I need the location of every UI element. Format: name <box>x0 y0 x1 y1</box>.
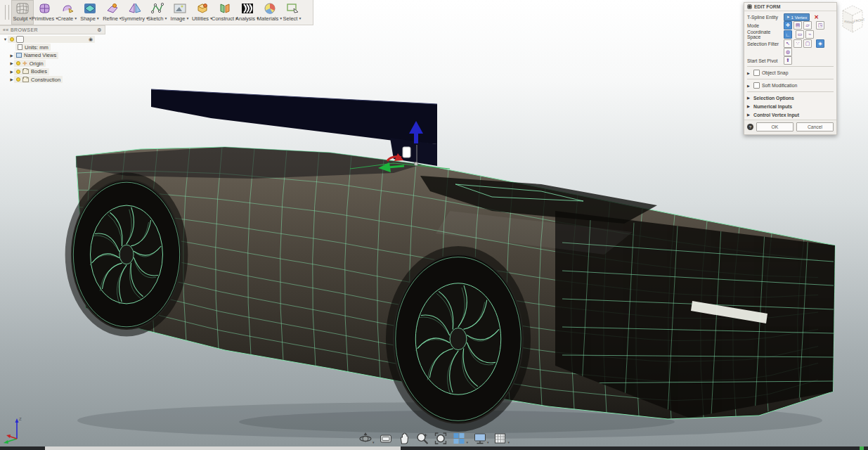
tree-expand-icon[interactable]: ▶ <box>9 61 14 65</box>
clear-selection-button[interactable]: ✕ <box>814 14 819 20</box>
orbit-button[interactable]: ▾ <box>358 432 375 445</box>
select-icon <box>285 1 299 15</box>
browser-item-named-views[interactable]: ▶ Named Views <box>0 52 105 59</box>
browser-item-origin[interactable]: ▶ ✛ Origin <box>0 60 105 67</box>
chevron-down-icon: ▾ <box>466 439 468 445</box>
display-settings-button[interactable]: ▾ <box>452 432 468 445</box>
expand-arrow-icon[interactable]: ▶ <box>747 104 751 108</box>
set-pivot-button[interactable]: ⬆ <box>784 56 792 65</box>
document-component-icon <box>16 36 24 43</box>
browser-header[interactable]: «« BROWSER ⚙ <box>0 25 105 34</box>
section-selection-options[interactable]: ▶ Selection Options <box>747 94 834 102</box>
toolbar-item-analysis[interactable]: Analysis▼ <box>236 0 259 25</box>
coord-local-button[interactable]: ⌁ <box>805 30 814 39</box>
visibility-bulb-icon[interactable] <box>16 77 20 82</box>
gear-icon[interactable]: ⚙ <box>97 27 102 33</box>
toolbar-item-sculpt[interactable]: Sculpt▼ <box>11 0 34 25</box>
expand-arrow-icon[interactable]: ▶ <box>747 71 751 75</box>
tree-expand-icon[interactable]: ▼ <box>3 37 8 41</box>
help-icon[interactable]: ? <box>747 124 753 130</box>
tspline-selection-chip[interactable]: ➤ 1 Vertex <box>784 13 810 21</box>
tree-expand-icon[interactable]: ▶ <box>9 53 14 58</box>
soft-modification-checkbox[interactable] <box>753 82 760 89</box>
soft-modification-row[interactable]: ▶ Soft Modification <box>747 81 834 90</box>
browser-item-construction[interactable]: ▶ Construction <box>0 76 105 83</box>
zoom-button[interactable] <box>415 432 429 445</box>
image-icon <box>173 1 187 15</box>
browser-root-node[interactable]: ▼ ◉ <box>0 36 105 43</box>
sculpt-icon <box>15 1 30 15</box>
cancel-button[interactable]: Cancel <box>796 122 834 131</box>
pivot-point[interactable] <box>414 162 417 165</box>
tree-expand-icon[interactable]: ▶ <box>9 70 14 74</box>
sketch-icon <box>150 1 164 15</box>
object-snap-checkbox[interactable] <box>753 70 760 76</box>
folder-icon <box>22 77 29 82</box>
toolbar-item-primitives[interactable]: Primitives▼ <box>34 0 56 25</box>
filter-all-button[interactable]: ↖ <box>784 39 792 48</box>
look-at-button[interactable] <box>379 432 392 445</box>
toolbar-item-image[interactable]: Image▼ <box>169 0 191 25</box>
filter-vertex-button[interactable]: ∵ <box>793 39 802 48</box>
taskbar-app-icon <box>860 446 864 450</box>
object-snap-row[interactable]: ▶ Object Snap <box>747 68 834 77</box>
utilities-icon <box>195 1 209 15</box>
chevron-down-icon: ▼ <box>74 15 77 22</box>
browser-item-units[interactable]: Units: mm <box>0 44 105 51</box>
visibility-bulb-icon[interactable] <box>10 37 14 41</box>
dialog-titlebar[interactable]: EDIT FORM <box>744 3 836 11</box>
scale-handle[interactable] <box>403 147 410 158</box>
coord-world-button[interactable]: ∟ <box>784 30 792 39</box>
section-control-vertex-input[interactable]: ▶ Control Vertex Input <box>747 110 834 119</box>
toolbar-item-utilities[interactable]: Utilities▼ <box>191 0 214 25</box>
toolbar-item-select[interactable]: Select▼ <box>281 0 304 25</box>
mode-edit-form-button[interactable]: ✥ <box>784 21 792 30</box>
grid-and-snaps-button[interactable]: ▾ <box>494 432 510 445</box>
filter-edge-button[interactable]: ▢ <box>803 39 812 48</box>
expand-arrow-icon[interactable]: ▶ <box>747 96 751 100</box>
folder-icon <box>22 69 29 74</box>
toolbar-item-materials[interactable]: Materials▼ <box>259 0 281 25</box>
collapse-icon[interactable]: «« <box>3 27 9 32</box>
origin-icon: ✛ <box>22 61 27 66</box>
filter-face-button[interactable]: ◈ <box>816 39 824 48</box>
mode-multi-button[interactable]: ▤ <box>793 21 802 30</box>
chevron-down-icon: ▼ <box>164 15 167 22</box>
viewports-button[interactable]: ▾ <box>473 432 489 445</box>
toolbar-grip[interactable] <box>5 5 9 20</box>
toolbar-item-construct[interactable]: Construct▼ <box>214 0 236 25</box>
visibility-bulb-icon[interactable] <box>16 70 20 74</box>
activate-radio-icon[interactable]: ◉ <box>89 37 93 42</box>
toolbar-item-sketch[interactable]: Sketch▼ <box>146 0 169 25</box>
toolbar-item-shape[interactable]: Shape▼ <box>79 0 101 25</box>
toolbar-item-symmetry[interactable]: Symmetry▼ <box>124 0 146 25</box>
browser-title: BROWSER <box>11 27 38 32</box>
tree-expand-icon[interactable]: ▶ <box>9 77 14 82</box>
mode-display-button[interactable]: ◳ <box>816 21 824 30</box>
view-cube[interactable]: RIGHT FRONT <box>838 3 867 35</box>
fit-view-button[interactable] <box>434 432 447 445</box>
model-viewport[interactable] <box>0 0 868 447</box>
navigation-bar: ▾ ▾ ▾ ▾ <box>358 432 510 445</box>
chevron-down-icon: ▾ <box>487 439 489 445</box>
chevron-down-icon: ▼ <box>186 15 189 22</box>
mode-uniform-button[interactable]: ▱ <box>803 21 812 30</box>
analysis-icon <box>240 1 254 15</box>
construct-icon <box>218 1 232 15</box>
expand-arrow-icon[interactable]: ▶ <box>747 112 751 117</box>
z-axis-label: Z <box>19 417 22 421</box>
named-views-icon <box>16 53 22 58</box>
create-icon <box>60 1 75 15</box>
pan-button[interactable] <box>397 432 410 445</box>
chevron-down-icon: ▼ <box>96 15 100 22</box>
toolbar-item-create[interactable]: Create▼ <box>56 0 79 25</box>
materials-icon <box>263 1 277 15</box>
selection-filter-row: Selection Filter ↖ ∵ ▢ ◈ <box>747 39 834 48</box>
expand-arrow-icon[interactable]: ▶ <box>747 84 751 88</box>
ok-button[interactable]: OK <box>756 122 793 131</box>
filter-body-button[interactable]: ◍ <box>784 48 792 56</box>
coord-view-button[interactable]: ▭ <box>796 30 804 39</box>
browser-item-bodies[interactable]: ▶ Bodies <box>0 68 105 75</box>
visibility-bulb-icon[interactable] <box>16 61 20 65</box>
section-numerical-inputs[interactable]: ▶ Numerical Inputs <box>747 102 834 110</box>
